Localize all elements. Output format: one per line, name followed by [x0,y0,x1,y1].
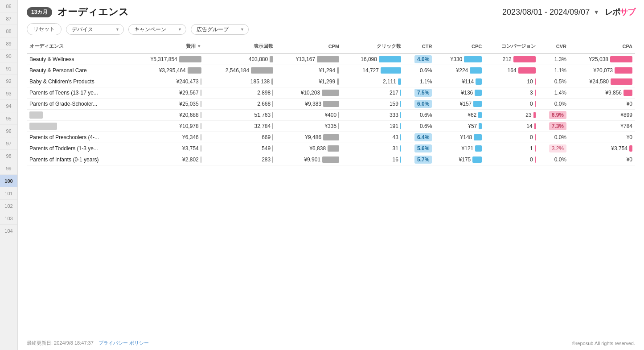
col-cost: 費用 ▼ [128,39,204,54]
col-audience: オーディエンス [27,39,128,54]
table-row: Parents of Toddlers (1-3 ye...¥3,754549¥… [27,143,635,154]
cell-audience-name: Parents of Grade-Schooler... [27,99,128,110]
col-ctr: CTR [404,39,435,54]
adgroup-filter[interactable]: 広告グループ [191,24,249,35]
cell-audience-name: Beauty & Wellness [27,54,128,65]
cell-audience-name: Parents of Infants (0-1 years) [27,154,128,165]
table-row: Baby & Children's Products¥240,473185,13… [27,76,635,87]
col-conversions: コンバージョン [484,39,538,54]
cell-audience-name: Baby & Children's Products [27,76,128,87]
col-clicks: クリック数 [342,39,404,54]
campaign-filter[interactable]: キャンペーン [128,24,186,35]
table-row: Beauty & Personal Care¥3,295,4642,546,18… [27,65,635,76]
last-update: 最終更新日: 2024/9/8 18:47:37 [27,340,94,346]
date-range: 2023/08/01 - 2024/09/07 ▼ [502,8,599,17]
page-title: オーディエンス [57,5,129,19]
logo: レポサブ [605,7,635,17]
table-row: ■■■ ■■■■¥10,97832,784¥3351910.6%¥57147.3… [27,121,635,132]
table-row: Parents of Grade-Schooler...¥25,0352,668… [27,99,635,110]
table-row: Parents of Preschoolers (4-...¥6,346669¥… [27,132,635,143]
filters-row: リセット デバイス キャンペーン 広告グループ [27,23,635,35]
col-cpc: CPC [435,39,484,54]
col-cvr: CVR [538,39,569,54]
footer: 最終更新日: 2024/9/8 18:47:37 プライバシー ポリシー ©re… [18,336,644,350]
cell-audience-name: ■■■ [27,110,128,121]
data-table-container: オーディエンス 費用 ▼ 表示回数 CPM クリック数 CTR CPC コンバー… [18,39,644,336]
month-badge: 13カ月 [27,7,52,17]
table-row: Parents of Teens (13-17 ye...¥29,5672,89… [27,87,635,99]
privacy-link[interactable]: プライバシー ポリシー [98,340,149,346]
col-cpm: CPM [276,39,342,54]
device-filter[interactable]: デバイス [66,24,124,35]
audience-table: オーディエンス 費用 ▼ 表示回数 CPM クリック数 CTR CPC コンバー… [27,39,635,165]
cell-audience-name: ■■■ ■■■■ [27,121,128,132]
row-numbers: 86 87 88 89 90 91 92 93 94 95 96 97 98 9… [0,0,18,350]
cell-audience-name: Parents of Preschoolers (4-... [27,132,128,143]
cell-audience-name: Beauty & Personal Care [27,65,128,76]
col-cpa: CPA [569,39,635,54]
reset-button[interactable]: リセット [27,23,62,35]
table-row: Beauty & Wellness¥5,317,854403,880¥13,16… [27,54,635,65]
date-dropdown-arrow[interactable]: ▼ [593,8,599,16]
col-impressions: 表示回数 [204,39,276,54]
header: 13カ月 オーディエンス 2023/08/01 - 2024/09/07 ▼ レ… [18,0,644,39]
table-row: ■■■¥20,68851,763¥4003330.6%¥62236.9%¥899 [27,110,635,121]
cell-audience-name: Parents of Teens (13-17 ye... [27,87,128,99]
cell-audience-name: Parents of Toddlers (1-3 ye... [27,143,128,154]
copyright: ©reposub All rights reserved. [572,341,635,346]
table-row: Parents of Infants (0-1 years)¥2,802283¥… [27,154,635,165]
